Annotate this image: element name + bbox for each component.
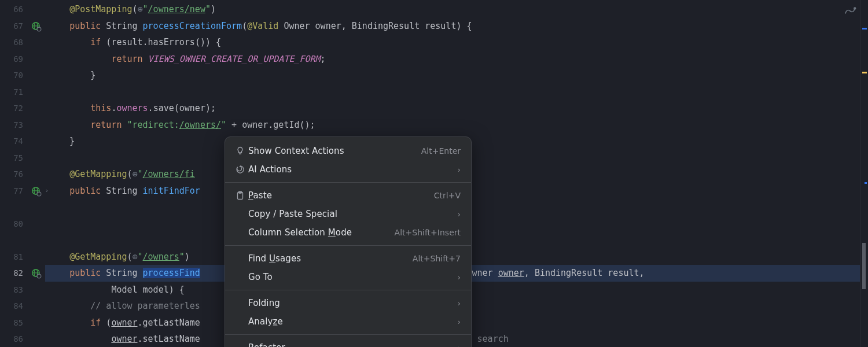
line-number: 67 [0,18,45,35]
menu-item-label: Copy / Paste Special [248,209,458,219]
menu-item-label: Show Context Actions [248,146,421,156]
editor-context-menu: Show Context ActionsAlt+EnterAI Actions›… [225,136,472,347]
ai-assistant-icon[interactable] [844,5,856,20]
line-number: 84 [0,298,45,315]
code-line[interactable] [45,84,860,101]
line-number-gutter: 666768697071727374757677›808182838485868… [0,0,45,347]
menu-item-label: Analyze [248,316,458,327]
menu-item-label: Column Selection Mode [248,227,395,238]
line-number: 69 [0,51,45,68]
svg-point-7 [37,192,41,196]
menu-shortcut: Alt+Enter [421,146,461,156]
menu-item[interactable]: Go To› [225,268,471,286]
line-number: 86 [0,331,45,347]
line-number: 73 [0,117,45,134]
web-mapping-gutter-icon[interactable] [31,186,42,196]
menu-shortcut: Alt+Shift+7 [413,254,461,263]
line-number: 77› [0,183,45,200]
menu-item[interactable]: Refactor› [225,338,471,347]
line-number: 72 [0,100,45,117]
code-line[interactable]: } [45,67,860,84]
svg-point-3 [37,27,41,31]
menu-item[interactable]: Analyze› [225,312,471,331]
menu-separator [225,290,471,290]
menu-shortcut: Ctrl+V [434,191,461,200]
line-number: 68 [0,34,45,51]
line-number: 82 [0,265,45,282]
line-number: 66 [0,1,45,18]
line-number: 80 [0,216,45,232]
menu-separator [225,182,471,183]
chevron-right-icon: › [458,273,461,282]
menu-item-label: AI Actions [248,164,458,175]
code-line[interactable]: public String processCreationForm(@Valid… [45,18,860,35]
code-line[interactable]: return "redirect:/owners/" + owner.getId… [45,117,860,134]
menu-item[interactable]: Find UsagesAlt+Shift+7 [225,249,471,268]
line-number: 71 [0,84,45,101]
spiral-icon [236,165,248,174]
clipboard-icon [236,191,248,200]
menu-item[interactable]: Copy / Paste Special› [225,205,471,223]
menu-item-label: Refactor [248,342,458,347]
menu-item-label: Folding [248,298,458,308]
chevron-right-icon: › [458,299,461,308]
line-number: 76 [0,166,45,183]
line-number [0,232,45,249]
svg-point-12 [854,8,856,9]
menu-separator [225,334,471,335]
menu-item[interactable]: AI Actions› [225,160,471,179]
chevron-right-icon: › [458,344,461,348]
menu-item-label: Paste [248,190,434,201]
web-mapping-gutter-icon[interactable] [31,21,42,31]
menu-item[interactable]: Column Selection ModeAlt+Shift+Insert [225,223,471,242]
svg-point-11 [37,274,41,278]
code-line[interactable]: @PostMapping(⊕"/owners/new") [45,1,860,18]
bulb-icon [236,146,248,156]
menu-item-label: Find Usages [248,253,413,264]
menu-shortcut: Alt+Shift+Insert [395,228,461,237]
menu-item[interactable]: Folding› [225,294,471,312]
minimap-marker[interactable] [862,28,867,29]
line-number: 74 [0,133,45,150]
code-line[interactable]: this.owners.save(owner); [45,100,860,117]
menu-item-label: Go To [248,272,458,282]
menu-item[interactable]: PasteCtrl+V [225,186,471,205]
line-number: 81 [0,249,45,265]
line-number [0,199,45,216]
chevron-right-icon: › [458,318,461,326]
chevron-right-icon[interactable]: › [45,183,49,200]
chevron-right-icon: › [458,165,461,174]
minimap-scrollbar[interactable] [860,0,868,347]
minimap-marker[interactable] [865,182,867,184]
code-line[interactable]: if (result.hasErrors()) { [45,34,860,51]
code-line[interactable]: return VIEWS_OWNER_CREATE_OR_UPDATE_FORM… [45,51,860,68]
minimap-marker[interactable] [862,72,867,73]
menu-item[interactable]: Show Context ActionsAlt+Enter [225,142,471,160]
web-mapping-gutter-icon[interactable] [31,268,42,278]
chevron-right-icon: › [458,210,461,219]
line-number: 75 [0,150,45,167]
minimap-marker[interactable] [862,243,866,289]
menu-separator [225,245,471,246]
line-number: 83 [0,282,45,298]
line-number: 85 [0,315,45,331]
line-number: 70 [0,67,45,84]
